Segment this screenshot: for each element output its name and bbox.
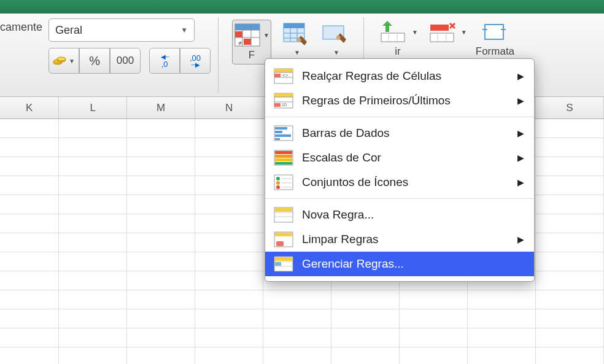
grid-row[interactable] [0, 328, 604, 347]
menu-label: Regras de Primeiros/Últimos [302, 94, 451, 107]
separator [218, 17, 219, 93]
submenu-arrow-icon: ▶ [517, 128, 524, 138]
insert-icon [377, 20, 409, 44]
top-bottom-icon: 10 [274, 93, 293, 109]
menu-top-bottom-rules[interactable]: 10 Regras de Primeiros/Últimos ▶ [265, 88, 534, 113]
cell-brush-icon [322, 22, 349, 47]
svg-rect-44 [275, 127, 287, 130]
svg-point-56 [276, 185, 280, 189]
insert-label: ir [395, 45, 400, 58]
clear-rules-icon [274, 231, 293, 247]
svg-rect-33 [274, 74, 281, 77]
col-header-n[interactable]: N [195, 97, 263, 118]
menu-separator [265, 117, 534, 117]
svg-point-3 [57, 57, 66, 61]
number-format-value: Geral [55, 24, 82, 37]
chevron-down-icon: ▼ [263, 32, 269, 39]
menu-label: Limpar Regras [302, 233, 379, 246]
percent-button[interactable]: % [79, 48, 110, 74]
svg-rect-23 [381, 33, 405, 42]
col-header-k[interactable]: K [0, 97, 59, 118]
svg-rect-26 [430, 25, 449, 31]
number-format-group: Geral ▼ ▼ % 000 ◀─ ,0 [48, 14, 211, 96]
svg-rect-46 [275, 134, 291, 137]
delete-icon [427, 20, 459, 44]
svg-point-54 [276, 177, 280, 180]
svg-text:10: 10 [282, 103, 287, 107]
svg-rect-39 [274, 103, 281, 107]
svg-rect-65 [275, 233, 292, 236]
wrap-text-partial-label: camente [0, 14, 48, 96]
svg-rect-5 [235, 24, 260, 30]
menu-label: Nova Regra... [302, 208, 374, 222]
svg-rect-6 [235, 31, 242, 37]
menu-color-scales[interactable]: Escalas de Cor ▶ [265, 145, 534, 170]
svg-rect-7 [244, 39, 251, 45]
svg-rect-52 [275, 162, 292, 165]
chevron-down-icon: ▼ [69, 58, 75, 64]
menu-clear-rules[interactable]: Limpar Regras ▶ [265, 227, 534, 252]
title-bar [0, 0, 604, 14]
arrow-left-icon: ◀─ [161, 54, 169, 60]
format-icon [479, 20, 511, 44]
svg-rect-38 [274, 93, 293, 97]
svg-rect-22 [385, 26, 389, 32]
insert-button[interactable]: ▼ ir [377, 20, 418, 58]
svg-rect-47 [275, 138, 280, 140]
highlight-rules-icon: <> [274, 68, 293, 84]
icon-sets-icon [274, 174, 293, 190]
decrease-decimal-button[interactable]: ,00 ─▶ [180, 48, 211, 74]
submenu-arrow-icon: ▶ [517, 234, 524, 244]
menu-data-bars[interactable]: Barras de Dados ▶ [265, 121, 534, 145]
submenu-arrow-icon: ▶ [517, 177, 524, 187]
menu-new-rule[interactable]: Nova Regra... [265, 203, 534, 227]
format-button[interactable]: Formata [476, 20, 514, 58]
grid-row[interactable] [0, 290, 604, 309]
submenu-arrow-icon: ▶ [517, 153, 524, 163]
conditional-formatting-button[interactable]: ≠ ▼ F [232, 20, 271, 64]
svg-rect-14 [284, 23, 304, 28]
submenu-arrow-icon: ▶ [517, 96, 524, 106]
svg-rect-68 [275, 257, 292, 261]
currency-button[interactable]: ▼ [48, 48, 79, 74]
conditional-format-menu: <> Realçar Regras de Células ▶ 10 Regras… [265, 58, 535, 282]
svg-rect-51 [275, 158, 292, 161]
increase-decimal-button[interactable]: ◀─ ,0 [149, 48, 180, 74]
svg-rect-66 [276, 241, 284, 246]
coins-icon [53, 56, 66, 66]
menu-label: Escalas de Cor [302, 151, 381, 165]
menu-label: Gerenciar Regras... [302, 257, 404, 271]
svg-text:≠: ≠ [238, 39, 242, 47]
chevron-down-icon: ▼ [412, 29, 418, 36]
menu-highlight-rules[interactable]: <> Realçar Regras de Células ▶ [265, 64, 534, 88]
cell-styles-button[interactable]: ▼ [320, 20, 350, 58]
svg-rect-69 [275, 262, 281, 266]
color-scales-icon [274, 150, 293, 166]
table-brush-icon [282, 22, 309, 47]
conditional-format-label: F [249, 50, 255, 61]
menu-icon-sets[interactable]: Conjuntos de Ícones ▶ [265, 170, 534, 195]
col-header-m[interactable]: M [127, 97, 195, 118]
menu-manage-rules[interactable]: Gerenciar Regras... [265, 252, 534, 276]
svg-rect-27 [430, 33, 454, 42]
grid-row[interactable] [0, 347, 604, 364]
chevron-down-icon: ▼ [294, 49, 300, 56]
thousands-button[interactable]: 000 [110, 48, 141, 74]
format-label: Formata [476, 45, 514, 58]
svg-rect-61 [275, 208, 292, 212]
submenu-arrow-icon: ▶ [517, 71, 524, 81]
col-header-s[interactable]: S [536, 97, 604, 118]
menu-label: Conjuntos de Ícones [302, 176, 408, 189]
new-rule-icon [274, 207, 293, 223]
chevron-down-icon: ▼ [180, 26, 188, 34]
col-header-l[interactable]: L [59, 97, 127, 118]
grid-row[interactable] [0, 309, 604, 328]
svg-point-55 [276, 181, 280, 185]
svg-rect-49 [275, 151, 292, 154]
arrow-right-icon: ─▶ [191, 62, 199, 68]
number-format-select[interactable]: Geral ▼ [48, 18, 195, 42]
data-bars-icon [274, 125, 293, 141]
delete-button[interactable]: ▼ [427, 20, 467, 44]
conditional-format-icon: ≠ [234, 23, 261, 47]
format-as-table-button[interactable]: ▼ [281, 20, 311, 58]
